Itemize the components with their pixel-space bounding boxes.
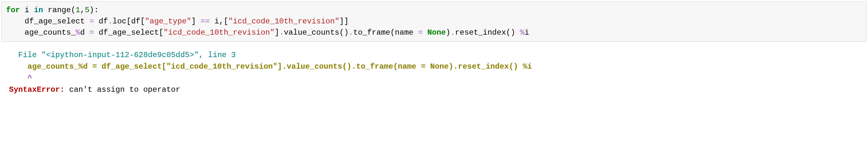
code-line-3: age_counts_%d = df_age_select["icd_code_… — [6, 28, 529, 37]
error-caret: ^ — [9, 74, 32, 82]
keyword-in: in — [34, 6, 43, 14]
code-line-2: df_age_select = df.loc[df["age_type"] ==… — [6, 17, 349, 26]
error-message-line: SyntaxError: can't assign to operator — [9, 85, 180, 94]
error-code-line: age_counts_%d = df_age_select["icd_code_… — [9, 62, 532, 71]
code-input-cell: for i in range(1,5): df_age_select = df.… — [1, 1, 867, 42]
error-label: SyntaxError — [9, 85, 60, 94]
error-output: File "<ipython-input-112-628de9c05dd5>",… — [1, 48, 867, 98]
error-file-line: File "<ipython-input-112-628de9c05dd5>",… — [9, 51, 236, 59]
error-message: can't assign to operator — [65, 85, 180, 94]
keyword-for: for — [6, 6, 20, 14]
code-line-1: for i in range(1,5): — [6, 6, 99, 14]
